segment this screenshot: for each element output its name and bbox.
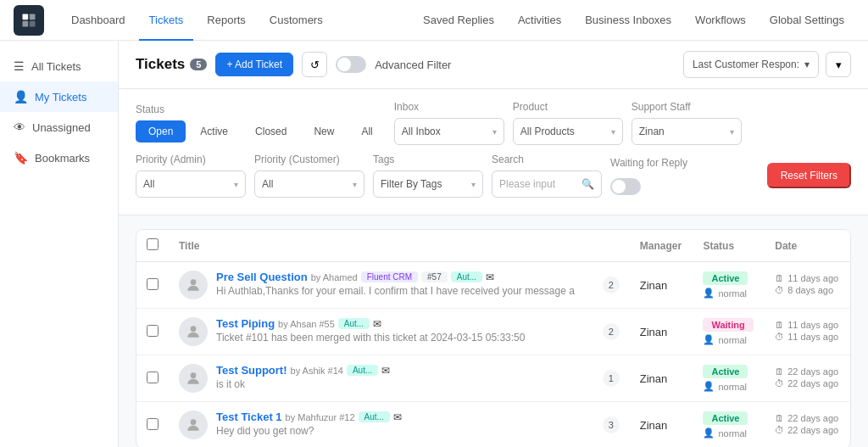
email-icon: ✉	[373, 318, 381, 330]
nav-saved-replies[interactable]: Saved Replies	[413, 0, 504, 41]
priority-label: normal	[718, 335, 747, 345]
status-tab-closed[interactable]: Closed	[242, 120, 299, 142]
tag: Aut...	[451, 271, 482, 282]
add-ticket-button[interactable]: + Add Ticket	[215, 53, 293, 76]
select-all-checkbox[interactable]	[147, 238, 159, 250]
row-status-cell: Waiting 👤 normal	[693, 309, 765, 355]
email-icon: ✉	[486, 271, 494, 283]
waiting-toggle[interactable]	[610, 178, 641, 195]
page-title: Tickets 5	[136, 56, 207, 73]
row-date-cell: 🗓 22 days ago ⏱ 22 days ago	[765, 355, 850, 402]
advanced-filter-label: Advanced Filter	[375, 59, 451, 71]
ticket-title[interactable]: Test Piping	[216, 317, 275, 330]
sidebar-item-my-tickets[interactable]: 👤 My Tickets	[0, 81, 118, 112]
sidebar-item-all-tickets[interactable]: ☰ All Tickets	[0, 51, 118, 81]
status-label: Status	[136, 103, 386, 115]
nav-business-inboxes[interactable]: Business Inboxes	[575, 0, 682, 41]
refresh-button[interactable]: ↺	[302, 52, 327, 77]
row-checkbox[interactable]	[147, 278, 159, 290]
date1: 11 days ago	[787, 320, 838, 330]
row-checkbox-cell	[136, 355, 169, 402]
reset-filters-button[interactable]: Reset Filters	[767, 163, 851, 188]
status-tab-all[interactable]: All	[348, 120, 385, 142]
date-line-2: ⏱ 22 days ago	[775, 425, 840, 435]
ticket-info: Pre Sell Question by Ahamed Fluent CRM#5…	[179, 271, 582, 299]
row-checkbox[interactable]	[147, 372, 159, 383]
filter-priority-customer-group: Priority (Customer) All ▾	[254, 154, 364, 198]
row-date-cell: 🗓 11 days ago ⏱ 8 days ago	[765, 262, 850, 309]
date-line-1: 🗓 22 days ago	[775, 366, 840, 377]
ticket-title[interactable]: Test Support!	[216, 364, 287, 377]
email-icon: ✉	[393, 411, 402, 423]
search-box[interactable]: Please input 🔍	[492, 170, 602, 198]
tag: Aut...	[359, 411, 390, 422]
sidebar-item-bookmarks[interactable]: 🔖 Bookmarks	[0, 142, 118, 173]
ticket-title[interactable]: Pre Sell Question	[216, 271, 308, 283]
sidebar-item-unassigned[interactable]: 👁 Unassigned	[0, 112, 118, 142]
filter-row-1: Status Open Active Closed New All Inbox …	[136, 101, 851, 145]
date1: 22 days ago	[787, 413, 838, 423]
priority-customer-chevron-icon: ▾	[353, 180, 357, 189]
status-tab-new[interactable]: New	[301, 120, 347, 142]
calendar-icon: 🗓	[775, 320, 784, 330]
row-status-cell: Active 👤 normal	[693, 355, 765, 402]
toggle-knob	[337, 58, 351, 71]
ticket-title[interactable]: Test Ticket 1	[216, 411, 282, 423]
logo	[14, 5, 44, 36]
svg-point-5	[191, 326, 197, 332]
nav-global-settings[interactable]: Global Settings	[760, 0, 854, 41]
table-row: Test Ticket 1 by Mahfuzur #12 Aut...✉ He…	[136, 402, 850, 448]
date2: 22 days ago	[787, 425, 838, 435]
more-options-button[interactable]: ▾	[826, 52, 851, 77]
row-checkbox[interactable]	[147, 418, 159, 430]
row-checkbox[interactable]	[147, 325, 159, 337]
col-date: Date	[765, 230, 850, 262]
advanced-filter-toggle[interactable]	[336, 56, 366, 73]
product-label: Product	[513, 101, 623, 113]
support-staff-label: Support Staff	[632, 101, 742, 113]
sidebar-label-my-tickets: My Tickets	[35, 91, 86, 103]
nav-dashboard[interactable]: Dashboard	[61, 0, 136, 41]
row-date-cell: 🗓 22 days ago ⏱ 22 days ago	[765, 402, 850, 448]
email-icon: ✉	[381, 365, 390, 377]
filter-inbox-group: Inbox All Inbox ▾	[394, 101, 504, 145]
filter-row-2: Priority (Admin) All ▾ Priority (Custome…	[136, 154, 851, 198]
person-priority-icon: 👤	[703, 288, 715, 299]
row-title-cell: Test Piping by Ahsan #55 Aut...✉ Ticket …	[169, 309, 593, 355]
staff-chevron-icon: ▾	[730, 127, 734, 137]
status-tab-open[interactable]: Open	[136, 120, 186, 142]
row-count-cell: 2	[593, 262, 630, 309]
count-badge: 1	[603, 370, 620, 387]
filter-tags-group: Tags Filter By Tags ▾	[373, 154, 483, 198]
calendar-icon: 🗓	[775, 366, 784, 377]
priority-admin-label: Priority (Admin)	[136, 154, 246, 165]
col-status: Status	[693, 230, 765, 262]
nav-tickets[interactable]: Tickets	[139, 0, 194, 41]
top-navigation: Dashboard Tickets Reports Customers Save…	[0, 0, 868, 41]
nav-workflows[interactable]: Workflows	[685, 0, 756, 41]
status-tab-active[interactable]: Active	[187, 120, 241, 142]
svg-rect-2	[23, 20, 29, 26]
nav-reports[interactable]: Reports	[197, 0, 256, 41]
date-line-1: 🗓 22 days ago	[775, 413, 840, 423]
ticket-preview: Ticket #101 has been merged with this ti…	[216, 332, 525, 344]
sort-dropdown[interactable]: Last Customer Respon: ▾	[683, 51, 819, 78]
sidebar-label-bookmarks: Bookmarks	[35, 152, 90, 165]
person-priority-icon: 👤	[703, 334, 715, 345]
tags-select[interactable]: Filter By Tags ▾	[373, 170, 483, 198]
support-staff-select[interactable]: Zinan ▾	[632, 118, 742, 145]
nav-customers[interactable]: Customers	[259, 0, 333, 41]
calendar-icon: 🗓	[775, 413, 784, 423]
table-row: Pre Sell Question by Ahamed Fluent CRM#5…	[136, 262, 850, 309]
svg-rect-0	[23, 14, 29, 20]
nav-activities[interactable]: Activities	[508, 0, 571, 41]
priority-admin-select[interactable]: All ▾	[136, 170, 246, 198]
priority-label: normal	[718, 382, 747, 392]
col-title: Title	[169, 230, 593, 262]
priority-customer-select[interactable]: All ▾	[254, 170, 364, 198]
product-select[interactable]: All Products ▾	[513, 118, 623, 145]
svg-rect-3	[30, 20, 36, 26]
inbox-select[interactable]: All Inbox ▾	[394, 118, 504, 145]
priority-row: 👤 normal	[703, 288, 754, 299]
ticket-preview: Hi Authlab,Thanks for your email. I conf…	[216, 285, 575, 297]
